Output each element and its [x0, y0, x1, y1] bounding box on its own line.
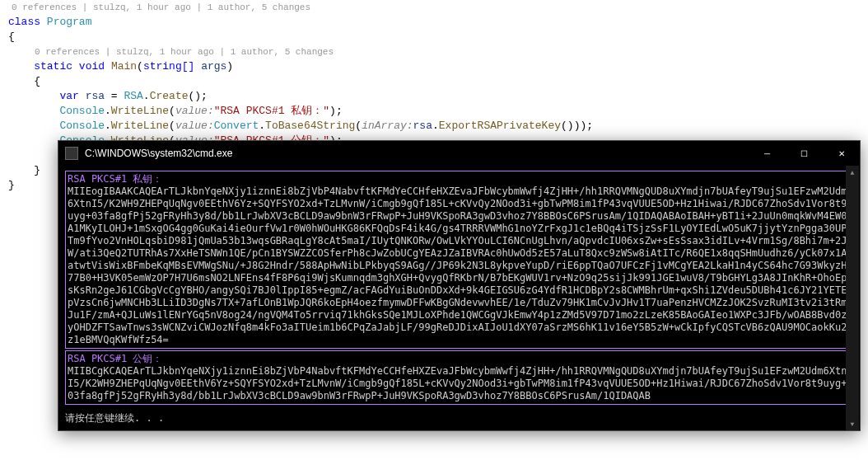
- cmd-icon: [65, 147, 78, 160]
- code-line[interactable]: Console.WriteLine(value:Convert.ToBase64…: [8, 119, 868, 134]
- close-button[interactable]: ✕: [823, 141, 860, 166]
- public-key-label: RSA PKCS#1 公钥：: [68, 353, 162, 364]
- titlebar[interactable]: C:\WINDOWS\system32\cmd.exe ─ ☐ ✕: [58, 141, 860, 166]
- dot: .: [259, 120, 265, 132]
- codelens-class[interactable]: 0 references | stulzq, 1 hour ago | 1 au…: [8, 0, 868, 15]
- close: ));: [574, 120, 593, 132]
- dot: .: [432, 120, 439, 132]
- minimize-button[interactable]: ─: [749, 141, 786, 166]
- class: RSA: [124, 90, 142, 102]
- paren: (: [137, 60, 143, 73]
- class-name: Program: [47, 16, 92, 28]
- code-line[interactable]: static void Main(string[] args): [8, 59, 868, 74]
- class: Console: [59, 105, 105, 117]
- press-any-key: 请按任意键继续. . .: [65, 411, 853, 425]
- method: ToBase64String: [265, 120, 355, 132]
- keyword: static: [34, 60, 72, 73]
- scroll-down-icon[interactable]: ▼: [846, 417, 859, 430]
- private-key-block: RSA PKCS#1 私钥： MIIEogIBAAKCAQEArTLJkbnYq…: [65, 171, 853, 349]
- code-line[interactable]: class Program: [8, 15, 868, 30]
- class: Console: [59, 120, 105, 132]
- console-window[interactable]: C:\WINDOWS\system32\cmd.exe ─ ☐ ✕ RSA PK…: [58, 140, 861, 431]
- param: args: [201, 60, 226, 73]
- param-hint: value:: [175, 120, 214, 132]
- keyword: var: [59, 90, 78, 102]
- parens: ();: [188, 90, 207, 102]
- paren: ): [226, 60, 233, 73]
- method-name: Main: [111, 60, 137, 73]
- class: Convert: [214, 120, 259, 132]
- scroll-up-icon[interactable]: ▲: [846, 166, 859, 179]
- local-var: rsa: [86, 90, 105, 102]
- method: WriteLine: [111, 105, 169, 117]
- dot: .: [143, 90, 150, 102]
- maximize-button[interactable]: ☐: [786, 141, 823, 166]
- brace: {: [34, 75, 40, 87]
- local: rsa: [413, 120, 432, 132]
- codelens-method[interactable]: 0 references | stulzq, 1 hour ago | 1 au…: [8, 45, 868, 59]
- method: WriteLine: [111, 120, 169, 132]
- private-key-value: MIIEogIBAAKCAQEArTLJkbnYqeNXjy1iznnEi8bZ…: [68, 185, 847, 345]
- code-line[interactable]: Console.WriteLine(value:"RSA PKCS#1 私钥："…: [8, 104, 868, 119]
- paren: (: [169, 105, 175, 117]
- keyword: void: [79, 60, 105, 73]
- string: "RSA PKCS#1 私钥：": [214, 105, 329, 117]
- method: Create: [150, 90, 189, 102]
- brace: {: [8, 74, 868, 89]
- scrollbar[interactable]: ▲ ▼: [846, 166, 859, 430]
- op: =: [105, 90, 124, 102]
- console-body[interactable]: RSA PKCS#1 私钥： MIIEogIBAAKCAQEArTLJkbnYq…: [58, 166, 860, 430]
- public-key-block: RSA PKCS#1 公钥： MIIBCgKCAQEArTLJkbnYqeNXj…: [65, 350, 853, 405]
- param-hint: inArray:: [362, 120, 413, 132]
- dot: .: [105, 120, 111, 132]
- parens: (): [561, 120, 574, 132]
- param-hint: value:: [175, 105, 214, 117]
- window-title: C:\WINDOWS\system32\cmd.exe: [85, 148, 749, 159]
- paren: (: [169, 120, 175, 132]
- public-key-value: MIIBCgKCAQEArTLJkbnYqeNXjy1iznnEi8bZjVbP…: [68, 365, 847, 401]
- close: );: [329, 105, 343, 117]
- keyword-class: class: [8, 16, 40, 28]
- private-key-label: RSA PKCS#1 私钥：: [68, 173, 162, 185]
- brace: {: [8, 30, 868, 45]
- code-line[interactable]: var rsa = RSA.Create();: [8, 89, 868, 104]
- keyword: string[]: [143, 60, 194, 73]
- paren: (: [355, 120, 362, 132]
- dot: .: [105, 105, 111, 117]
- method: ExportRSAPrivateKey: [439, 120, 561, 132]
- brace: }: [34, 164, 40, 176]
